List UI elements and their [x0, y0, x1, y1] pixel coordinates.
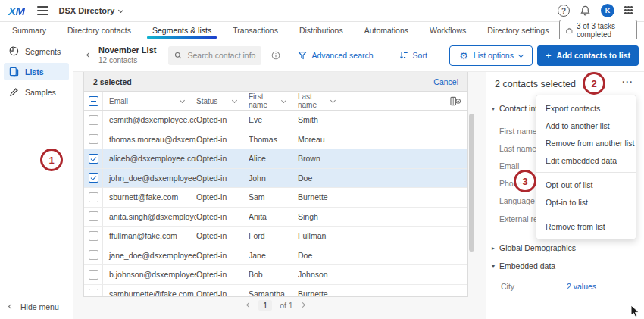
next-page-icon[interactable] [300, 302, 305, 307]
embedded-data-section-toggle[interactable]: ▾ Embedded data [492, 261, 555, 271]
cell-status: Opted-in [196, 115, 249, 124]
chevron-down-icon[interactable] [180, 97, 185, 102]
more-options-icon[interactable]: ⋯ [621, 75, 633, 89]
list-toolbar: November List 12 contacts Search contact… [73, 39, 644, 72]
sidebar-item-samples[interactable]: Samples [4, 83, 69, 101]
nav-tab[interactable]: Segments & lists [142, 22, 222, 39]
briefcase-icon [566, 27, 573, 35]
embedded-field-value-link[interactable]: 2 values [567, 282, 596, 291]
context-menu-item[interactable]: Opt-in to list [536, 193, 636, 211]
cell-status: Opted-in [196, 192, 249, 202]
chevron-down-icon[interactable] [281, 98, 286, 103]
table-row[interactable]: sburnett@fake.com Opted-in Sam Burnette [84, 188, 467, 208]
context-menu-item[interactable]: Opt-out of list [536, 176, 636, 193]
table-row[interactable]: ffullman@fake.com Opted-in Ford Fullman [84, 227, 467, 246]
contacts-table: 2 selected Cancel Email Status First nam… [83, 72, 468, 297]
directory-selector[interactable]: DSX Directory [59, 6, 123, 15]
cell-email: esmith@dsxemployee.com [103, 115, 196, 124]
hide-menu-button[interactable]: Hide menu [9, 302, 59, 311]
nav-tab[interactable]: Automations [354, 22, 419, 39]
table-row[interactable]: jane_doe@dsxemployee.... Opted-in Jane D… [84, 246, 467, 266]
app-grid-icon[interactable] [624, 6, 633, 15]
cell-first-name: Alice [249, 154, 298, 163]
context-menu-item[interactable]: Add to another list [536, 117, 636, 134]
vertical-scrollbar[interactable] [469, 114, 474, 252]
row-checkbox[interactable] [89, 231, 98, 241]
cell-first-name: John [249, 174, 298, 183]
column-header-last-name[interactable]: Last name [298, 92, 331, 109]
annotation-circle-2: 2 [583, 72, 605, 95]
chevron-down-icon[interactable] [232, 97, 237, 102]
contact-info-section-toggle[interactable]: ▾ Contact info [492, 104, 542, 113]
context-menu-item[interactable]: Remove from list [536, 217, 636, 235]
context-menu-item[interactable]: Edit embedded data [536, 152, 636, 169]
global-demographics-section-toggle[interactable]: ▸ Global Demographics [492, 243, 576, 252]
select-all-checkbox[interactable] [89, 96, 98, 106]
nav-tab[interactable]: Directory settings [477, 22, 559, 39]
cell-email: ffullman@fake.com [103, 231, 196, 240]
table-row[interactable]: aliceb@dsxemployee.com Opted-in Alice Br… [84, 149, 467, 169]
table-row[interactable]: esmith@dsxemployee.com Opted-in Eve Smit… [84, 111, 467, 130]
row-checkbox[interactable] [89, 250, 98, 260]
search-input[interactable]: Search contact info [168, 46, 261, 65]
sidebar-item-label: Lists [25, 67, 44, 77]
row-checkbox[interactable] [89, 134, 98, 144]
cell-first-name: Bob [249, 270, 298, 279]
cell-email: john_doe@dsxemployee.... [103, 174, 196, 183]
cell-last-name: Smith [298, 115, 347, 124]
table-row[interactable]: anita.singh@dsxemployee... Opted-in Anit… [84, 208, 467, 227]
table-row[interactable]: john_doe@dsxemployee.... Opted-in John D… [84, 169, 467, 189]
notifications-bell-icon[interactable] [580, 5, 591, 17]
row-checkbox[interactable] [89, 211, 98, 221]
nav-tab[interactable]: Transactions [222, 22, 289, 39]
user-avatar[interactable]: K [601, 4, 614, 17]
nav-tab[interactable]: Workflows [419, 22, 477, 39]
cell-first-name: Thomas [249, 135, 298, 144]
help-icon[interactable]: ? [558, 5, 570, 17]
back-button[interactable] [86, 52, 92, 57]
row-checkbox[interactable] [89, 270, 98, 280]
tasks-completed-badge[interactable]: 3 of 3 tasks completed [559, 20, 637, 41]
chevron-down-icon [118, 7, 123, 12]
segments-icon [9, 46, 19, 56]
hamburger-menu-icon[interactable] [37, 6, 48, 15]
advanced-search-button[interactable]: Advanced search [298, 51, 373, 60]
sidebar-item-lists[interactable]: Lists [4, 63, 69, 80]
cell-status: Opted-in [196, 231, 249, 240]
selection-bar: 2 selected Cancel [84, 72, 467, 92]
chevron-left-icon [8, 303, 14, 308]
cancel-selection-button[interactable]: Cancel [433, 77, 458, 86]
list-options-button[interactable]: ⚙ List options [449, 45, 533, 66]
chevron-down-icon[interactable] [330, 98, 336, 103]
current-page[interactable]: 1 [258, 300, 272, 311]
row-checkbox[interactable] [89, 154, 98, 164]
column-header-first-name[interactable]: First name [249, 92, 282, 109]
samples-icon [9, 87, 19, 97]
nav-tab[interactable]: Directory contacts [57, 22, 142, 39]
column-header-email[interactable]: Email [109, 97, 128, 105]
row-checkbox[interactable] [89, 173, 98, 183]
row-checkbox[interactable] [89, 289, 98, 297]
row-checkbox[interactable] [89, 192, 98, 202]
nav-tab[interactable]: Distributions [289, 22, 354, 39]
context-menu-item[interactable]: Export contacts [536, 99, 636, 117]
add-column-icon[interactable] [450, 96, 461, 106]
previous-page-icon[interactable] [246, 302, 252, 307]
sidebar-item-segments[interactable]: Segments [4, 42, 69, 60]
table-row[interactable]: thomas.moreau@dsxempl... Opted-in Thomas… [84, 130, 467, 150]
table-row[interactable]: samburnette@fake.com Opted-in Samantha B… [84, 285, 467, 298]
sidebar: Segments Lists Samples Hide menu [0, 39, 73, 319]
xm-logo: XM [8, 5, 25, 17]
table-row[interactable]: b.johnson@dsxemployee.... Opted-in Bob J… [84, 265, 467, 285]
context-menu-item[interactable]: Remove from another list [536, 134, 636, 152]
page-of-label: of 1 [280, 301, 293, 310]
sort-label: Sort [413, 51, 427, 60]
sidebar-item-label: Samples [25, 88, 56, 97]
row-checkbox[interactable] [89, 115, 98, 125]
nav-tab[interactable]: Summary [2, 22, 57, 39]
info-icon[interactable] [271, 51, 280, 60]
column-header-status[interactable]: Status [196, 97, 217, 105]
add-contacts-button[interactable]: + Add contacts to list [537, 45, 639, 66]
sort-button[interactable]: Sort [399, 51, 427, 60]
cell-first-name: Samantha [249, 289, 298, 297]
